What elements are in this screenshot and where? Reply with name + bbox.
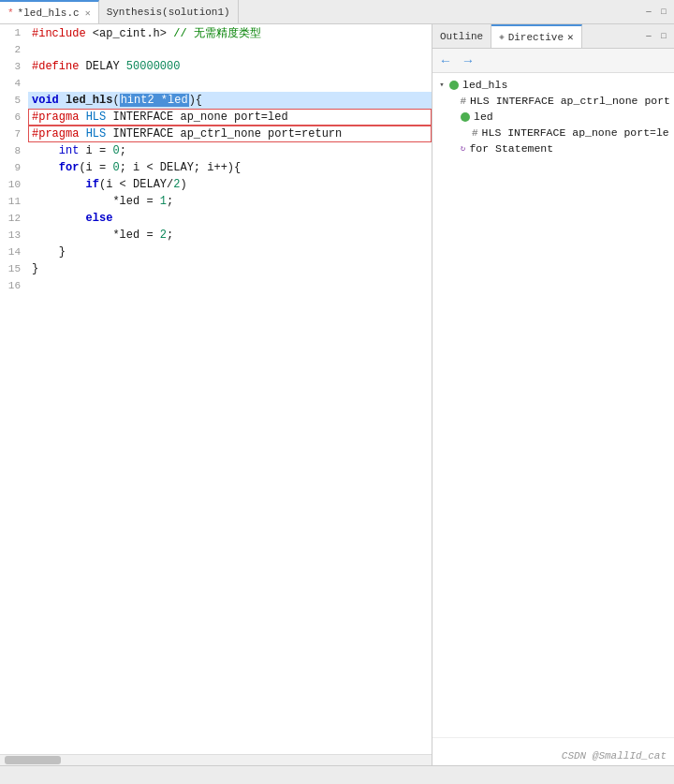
- tab-led-label: *led_hls.c: [18, 7, 80, 19]
- code-content-10[interactable]: if(i < DELAY/2): [28, 176, 432, 193]
- code-row-11: 11 *led = 1;: [0, 193, 432, 210]
- code-row-5: 5void led_hls(hint2 *led){: [0, 92, 432, 109]
- line-number-16: 16: [0, 277, 28, 294]
- tab-led-hls-c[interactable]: * *led_hls.c ✕: [0, 0, 99, 23]
- tree-label-3: HLS INTERFACE ap_none port=le: [482, 126, 669, 139]
- code-row-6: 6#pragma HLS INTERFACE ap_none port=led: [0, 109, 432, 126]
- watermark-text: CSDN @SmallId_cat: [562, 750, 667, 762]
- tab-directive-close-icon[interactable]: ✕: [567, 31, 574, 43]
- tree-item-3[interactable]: #HLS INTERFACE ap_none port=le: [432, 125, 674, 141]
- code-content-7[interactable]: #pragma HLS INTERFACE ap_ctrl_none port=…: [28, 126, 432, 142]
- line-number-4: 4: [0, 75, 28, 92]
- tree-hash-icon: #: [472, 127, 478, 139]
- code-content-13[interactable]: *led = 2;: [28, 227, 432, 244]
- tree-label-4: for Statement: [469, 142, 553, 155]
- line-number-5: 5: [0, 92, 28, 109]
- tree-label-2: led: [474, 111, 493, 123]
- code-content-2[interactable]: [28, 41, 432, 58]
- code-row-16: 16: [0, 277, 432, 294]
- code-row-15: 15}: [0, 260, 432, 277]
- line-number-11: 11: [0, 193, 28, 210]
- right-panel-footer: CSDN @SmallId_cat: [432, 737, 674, 765]
- code-content-5[interactable]: void led_hls(hint2 *led){: [28, 92, 432, 109]
- line-number-15: 15: [0, 260, 28, 277]
- line-number-12: 12: [0, 210, 28, 227]
- code-row-1: 1#include <ap_cint.h> // 无需精度类型: [0, 24, 432, 41]
- code-content-1[interactable]: #include <ap_cint.h> // 无需精度类型: [28, 24, 432, 41]
- h-scroll-thumb[interactable]: [5, 756, 61, 764]
- right-window-controls: ─ □: [638, 24, 674, 48]
- line-number-2: 2: [0, 41, 28, 58]
- right-tab-bar: Outline ◈ Directive ✕ ─ □: [432, 24, 674, 49]
- code-row-10: 10 if(i < DELAY/2): [0, 176, 432, 193]
- code-area[interactable]: 1#include <ap_cint.h> // 无需精度类型23#define…: [0, 24, 432, 754]
- tree-circle-icon: [461, 112, 470, 122]
- forward-button[interactable]: →: [459, 52, 477, 70]
- code-row-14: 14 }: [0, 244, 432, 260]
- back-button[interactable]: ←: [436, 52, 455, 70]
- tab-directive-label: Directive: [508, 32, 564, 43]
- maximize-button[interactable]: □: [657, 6, 670, 19]
- tab-synthesis[interactable]: Synthesis(solution1): [99, 0, 239, 23]
- editor-panel: 1#include <ap_cint.h> // 无需精度类型23#define…: [0, 24, 432, 765]
- code-content-11[interactable]: *led = 1;: [28, 193, 432, 210]
- tree-for-icon: ↻: [461, 143, 465, 154]
- line-number-9: 9: [0, 159, 28, 176]
- code-content-16[interactable]: [28, 277, 432, 294]
- code-content-15[interactable]: }: [28, 260, 432, 277]
- tree-label-0: led_hls: [462, 79, 507, 91]
- code-row-8: 8 int i = 0;: [0, 142, 432, 159]
- code-row-4: 4: [0, 75, 432, 92]
- code-row-3: 3#define DELAY 50000000: [0, 58, 432, 75]
- status-bar: [0, 765, 674, 784]
- code-content-6[interactable]: #pragma HLS INTERFACE ap_none port=led: [28, 109, 432, 126]
- line-number-8: 8: [0, 142, 28, 159]
- line-number-1: 1: [0, 24, 28, 41]
- code-row-9: 9 for(i = 0; i < DELAY; i++){: [0, 159, 432, 176]
- editor-tab-bar: * *led_hls.c ✕ Synthesis(solution1) ─ □: [0, 0, 674, 24]
- line-number-13: 13: [0, 227, 28, 244]
- tree-item-4[interactable]: ↻for Statement: [432, 141, 674, 156]
- minimize-button[interactable]: ─: [642, 6, 655, 19]
- code-table: 1#include <ap_cint.h> // 无需精度类型23#define…: [0, 24, 432, 294]
- tree-item-1[interactable]: #HLS INTERFACE ap_ctrl_none port: [432, 93, 674, 109]
- code-content-8[interactable]: int i = 0;: [28, 142, 432, 159]
- editor-window-controls: ─ □: [638, 0, 674, 23]
- line-number-10: 10: [0, 176, 28, 193]
- tab-outline[interactable]: Outline: [432, 24, 491, 48]
- tree-circle-icon: [449, 81, 459, 90]
- code-content-3[interactable]: #define DELAY 50000000: [28, 58, 432, 75]
- line-number-6: 6: [0, 109, 28, 126]
- right-maximize-button[interactable]: □: [657, 30, 670, 43]
- code-content-14[interactable]: }: [28, 244, 432, 260]
- code-row-13: 13 *led = 2;: [0, 227, 432, 244]
- tab-directive[interactable]: ◈ Directive ✕: [491, 24, 581, 48]
- line-number-7: 7: [0, 126, 28, 142]
- file-modified-icon: *: [7, 7, 14, 19]
- right-toolbar: ← →: [432, 49, 674, 73]
- tab-led-close-icon[interactable]: ✕: [85, 7, 91, 19]
- tab-outline-label: Outline: [440, 31, 483, 42]
- tree-hash-icon: #: [460, 96, 466, 107]
- h-scroll-track[interactable]: [0, 755, 432, 765]
- line-number-3: 3: [0, 58, 28, 75]
- line-number-14: 14: [0, 244, 28, 260]
- right-panel: Outline ◈ Directive ✕ ─ □ ← → ▾led_hls#H…: [432, 24, 674, 765]
- tab-synth-label: Synthesis(solution1): [107, 7, 230, 18]
- right-minimize-button[interactable]: ─: [642, 30, 655, 43]
- code-content-9[interactable]: for(i = 0; i < DELAY; i++){: [28, 159, 432, 176]
- tree-area[interactable]: ▾led_hls#HLS INTERFACE ap_ctrl_none port…: [432, 73, 674, 737]
- main-area: 1#include <ap_cint.h> // 无需精度类型23#define…: [0, 24, 674, 765]
- code-row-7: 7#pragma HLS INTERFACE ap_ctrl_none port…: [0, 126, 432, 142]
- tree-arrow-icon: ▾: [436, 80, 447, 91]
- code-row-2: 2: [0, 41, 432, 58]
- tree-item-0[interactable]: ▾led_hls: [432, 77, 674, 93]
- code-row-12: 12 else: [0, 210, 432, 227]
- code-content-12[interactable]: else: [28, 210, 432, 227]
- directive-icon: ◈: [499, 32, 504, 42]
- tree-label-1: HLS INTERFACE ap_ctrl_none port: [470, 95, 670, 107]
- tree-item-2[interactable]: led: [432, 109, 674, 125]
- code-content-4[interactable]: [28, 75, 432, 92]
- horizontal-scrollbar[interactable]: [0, 754, 432, 765]
